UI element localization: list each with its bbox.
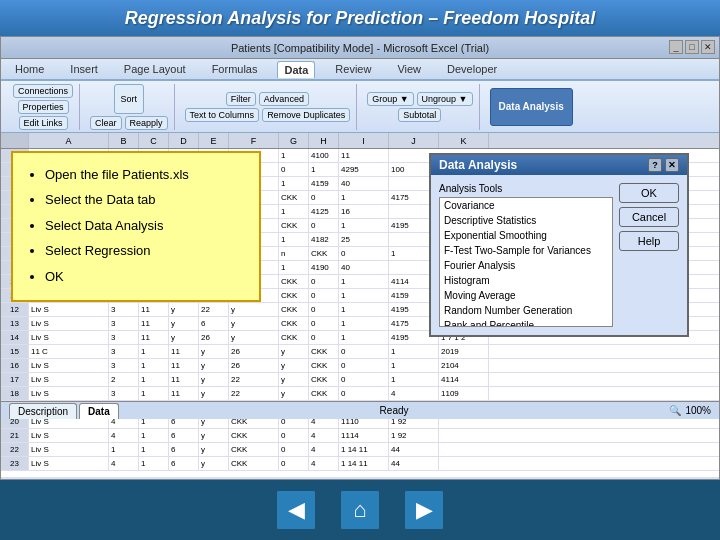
data-cell[interactable]: 0	[309, 275, 339, 288]
tab-review[interactable]: Review	[329, 61, 377, 77]
table-row[interactable]: 18Liv S3111y22yCKK041109	[1, 387, 719, 401]
data-cell[interactable]: y	[199, 345, 229, 358]
data-cell[interactable]: Liv S	[29, 331, 109, 344]
data-cell[interactable]: CKK	[309, 247, 339, 260]
data-cell[interactable]: 1109	[439, 387, 489, 400]
data-cell[interactable]: 11	[139, 317, 169, 330]
table-row[interactable]: 17Liv S2111y22yCKK014114	[1, 373, 719, 387]
data-cell[interactable]: 1 14 11	[339, 443, 389, 456]
group-button[interactable]: Group ▼	[367, 92, 413, 106]
minimize-button[interactable]: _	[669, 40, 683, 54]
data-cell[interactable]: y	[229, 317, 279, 330]
data-cell[interactable]: 0	[309, 303, 339, 316]
list-item-fourier[interactable]: Fourier Analysis	[440, 258, 612, 273]
data-cell[interactable]: CKK	[279, 289, 309, 302]
list-item-exponential[interactable]: Exponential Smoothing	[440, 228, 612, 243]
data-cell[interactable]: 4182	[309, 233, 339, 246]
data-cell[interactable]: 3	[109, 359, 139, 372]
tab-view[interactable]: View	[391, 61, 427, 77]
data-cell[interactable]: 1	[339, 191, 389, 204]
data-cell[interactable]: 1	[389, 373, 439, 386]
data-cell[interactable]: 1	[339, 303, 389, 316]
data-cell[interactable]: 1	[389, 359, 439, 372]
data-cell[interactable]: 0	[339, 345, 389, 358]
sheet-tab-data[interactable]: Data	[79, 403, 119, 419]
data-cell[interactable]: 0	[279, 163, 309, 176]
data-cell[interactable]: 4159	[309, 177, 339, 190]
table-row[interactable]: 23Liv S416yCKK041 14 1144	[1, 457, 719, 471]
data-cell[interactable]: y	[199, 359, 229, 372]
data-cell[interactable]: 1	[279, 233, 309, 246]
tab-page-layout[interactable]: Page Layout	[118, 61, 192, 77]
data-cell[interactable]: 6	[169, 443, 199, 456]
list-item-random[interactable]: Random Number Generation	[440, 303, 612, 318]
remove-duplicates-button[interactable]: Remove Duplicates	[262, 108, 350, 122]
data-cell[interactable]: Liv S	[29, 373, 109, 386]
data-cell[interactable]: CKK	[279, 219, 309, 232]
ok-button[interactable]: OK	[619, 183, 679, 203]
data-cell[interactable]: 11	[169, 387, 199, 400]
cancel-button[interactable]: Cancel	[619, 207, 679, 227]
list-item-rank[interactable]: Rank and Percentile	[440, 318, 612, 327]
dialog-title-icons[interactable]: ? ✕	[648, 158, 679, 172]
data-cell[interactable]: 26	[229, 345, 279, 358]
data-cell[interactable]: 3	[109, 331, 139, 344]
data-cell[interactable]: CKK	[279, 191, 309, 204]
data-cell[interactable]: 1	[139, 345, 169, 358]
ungroup-button[interactable]: Ungroup ▼	[417, 92, 473, 106]
data-cell[interactable]: 1	[309, 163, 339, 176]
data-cell[interactable]: y	[199, 373, 229, 386]
data-cell[interactable]: 4100	[309, 149, 339, 162]
data-cell[interactable]: Liv S	[29, 317, 109, 330]
data-cell[interactable]: 0	[309, 191, 339, 204]
properties-button[interactable]: Properties	[18, 100, 69, 114]
data-cell[interactable]: Liv S	[29, 457, 109, 470]
maximize-button[interactable]: □	[685, 40, 699, 54]
data-cell[interactable]: 16	[339, 205, 389, 218]
data-cell[interactable]: 1	[279, 149, 309, 162]
data-cell[interactable]: 4	[109, 457, 139, 470]
data-cell[interactable]: 11	[169, 373, 199, 386]
data-cell[interactable]: 26	[199, 331, 229, 344]
data-cell[interactable]: 0	[339, 359, 389, 372]
data-cell[interactable]: CKK	[229, 429, 279, 442]
clear-button[interactable]: Clear	[90, 116, 122, 130]
data-cell[interactable]: 11 C	[29, 345, 109, 358]
data-cell[interactable]: 3	[109, 317, 139, 330]
list-item-descriptive[interactable]: Descriptive Statistics	[440, 213, 612, 228]
data-cell[interactable]: CKK	[279, 331, 309, 344]
list-item-ftest[interactable]: F-Test Two-Sample for Variances	[440, 243, 612, 258]
data-cell[interactable]: 6	[169, 429, 199, 442]
forward-button[interactable]: ▶	[402, 488, 446, 532]
edit-links-button[interactable]: Edit Links	[19, 116, 68, 130]
data-cell[interactable]: 1	[109, 443, 139, 456]
data-cell[interactable]: 1114	[339, 429, 389, 442]
data-cell[interactable]: 1	[139, 387, 169, 400]
table-row[interactable]: 16Liv S3111y26yCKK012104	[1, 359, 719, 373]
list-item-histogram[interactable]: Histogram	[440, 273, 612, 288]
sheet-tabs[interactable]: Description Data	[9, 403, 119, 419]
data-cell[interactable]: 0	[279, 443, 309, 456]
data-cell[interactable]: 40	[339, 261, 389, 274]
data-cell[interactable]: 1	[139, 457, 169, 470]
data-cell[interactable]: Liv S	[29, 443, 109, 456]
data-cell[interactable]: 44	[389, 443, 439, 456]
data-cell[interactable]: 1	[339, 331, 389, 344]
data-cell[interactable]: CKK	[279, 317, 309, 330]
data-cell[interactable]: 1	[139, 429, 169, 442]
data-cell[interactable]: 4	[389, 387, 439, 400]
tab-developer[interactable]: Developer	[441, 61, 503, 77]
data-cell[interactable]: 3	[109, 345, 139, 358]
advanced-button[interactable]: Advanced	[259, 92, 309, 106]
data-cell[interactable]: 1 92	[389, 429, 439, 442]
table-row[interactable]: 21Liv S416yCKK0411141 92	[1, 429, 719, 443]
data-cell[interactable]: 4	[109, 429, 139, 442]
data-cell[interactable]: CKK	[309, 359, 339, 372]
data-cell[interactable]: y	[169, 317, 199, 330]
data-cell[interactable]: 1	[339, 219, 389, 232]
data-cell[interactable]: 22	[229, 373, 279, 386]
data-cell[interactable]: 11	[169, 359, 199, 372]
data-cell[interactable]: y	[229, 303, 279, 316]
data-cell[interactable]: 4295	[339, 163, 389, 176]
data-cell[interactable]: 44	[389, 457, 439, 470]
